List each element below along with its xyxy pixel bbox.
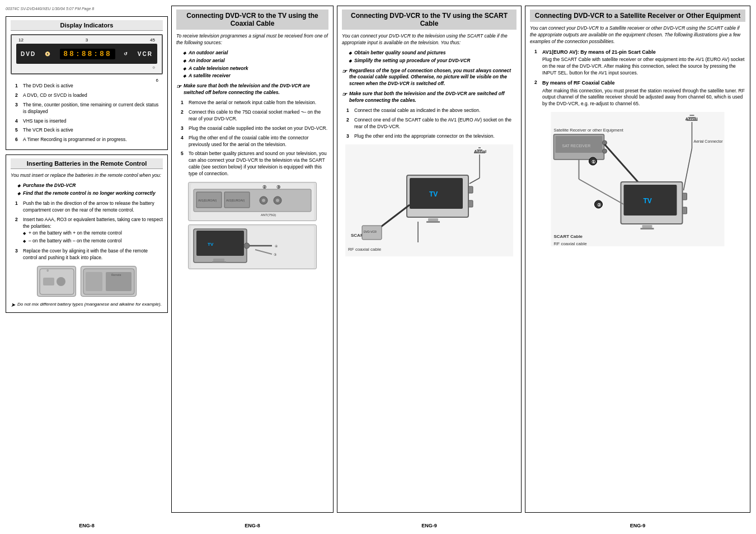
battery-bullet-1: Purchase the DVD-VCR xyxy=(17,182,163,189)
svg-text:②: ② xyxy=(262,185,266,190)
svg-rect-23 xyxy=(196,231,244,256)
coaxial-intro: To receive television programmes a signa… xyxy=(176,33,328,46)
scart-bullets: Obtain better quality sound and pictures… xyxy=(349,50,516,64)
source-1: An outdoor aerial xyxy=(183,50,328,57)
satellite-intro: You can connect your DVD-VCR to a Satell… xyxy=(530,25,745,45)
coaxial-sources: An outdoor aerial An indoor aerial A cab… xyxy=(183,50,328,80)
source-3: A cable television network xyxy=(183,65,328,72)
connecting-scart-section: Connecting DVD-VCR to the TV using the S… xyxy=(337,6,522,513)
label-5: 5 xyxy=(153,38,155,43)
svg-text:DVD-VCR: DVD-VCR xyxy=(364,230,377,233)
battery-step-1: 1 Push the tab in the direction of the a… xyxy=(15,200,163,214)
display-items-list: 1 The DVD Deck is active 2 A DVD, CD or … xyxy=(15,83,163,143)
svg-rect-1 xyxy=(43,278,54,285)
svg-rect-26 xyxy=(212,261,226,263)
connecting-satellite-section: Connecting DVD-VCR to a Satellite Receiv… xyxy=(525,6,750,513)
coaxial-step-1: 1 Remove the aerial or network input cab… xyxy=(181,100,328,106)
note-icon-coaxial: ☞ xyxy=(176,83,181,96)
connecting-coaxial-section: Connecting DVD-VCR to the TV using the C… xyxy=(171,6,334,513)
display-indicators-title: Display Indicators xyxy=(11,20,163,31)
svg-text:TV: TV xyxy=(429,190,438,198)
top-bar: 00374C SV-DVD440/XEU 1/30/04 5:07 PM Pag… xyxy=(6,6,168,12)
svg-text:④: ④ xyxy=(275,245,278,248)
svg-point-29 xyxy=(244,243,250,249)
satellite-steps: 1 AV1(EURO AV): By means of 21-pin Scart… xyxy=(534,49,745,108)
svg-text:RF coaxial cable: RF coaxial cable xyxy=(348,247,382,252)
label-6-indicator: ○ xyxy=(152,65,155,70)
scart-note-2: ☞ Make sure that both the television and… xyxy=(342,91,516,104)
batteries-step3: 3 Replace the cover by aligning it with … xyxy=(15,248,163,261)
satellite-step-2-text: After making this connection, you must p… xyxy=(542,88,745,108)
scart-step-3: 3 Plug the other end into the appropriat… xyxy=(346,133,516,140)
inserting-batteries-section: Inserting Batteries in the Remote Contro… xyxy=(6,154,168,313)
source-4: A satellite receiver xyxy=(183,73,328,79)
scart-bullet-1: Obtain better quality sound and pictures xyxy=(349,50,516,57)
note-icon-scart-1: ☞ xyxy=(342,68,347,88)
svg-rect-44 xyxy=(468,200,473,207)
coaxial-step-4: 4 Plug the other end of the coaxial cabl… xyxy=(181,135,328,148)
coaxial-step-5: 5 To obtain better quality pictures and … xyxy=(181,151,328,177)
source-2: An indoor aerial xyxy=(183,58,328,64)
page-num-left2: ENG-8 xyxy=(171,517,334,528)
svg-text:RF coaxial cable: RF coaxial cable xyxy=(554,241,588,246)
display-item-5: 5 The VCR Deck is active xyxy=(15,127,163,134)
inserting-batteries-title: Inserting Batteries in the Remote Contro… xyxy=(11,158,163,169)
coaxial-note: ☞ Make sure that both the television and… xyxy=(176,83,328,96)
svg-rect-75 xyxy=(683,207,687,214)
svg-text:SAT RECEIVER: SAT RECEIVER xyxy=(562,144,591,148)
scart-title: Connecting DVD-VCR to the TV using the S… xyxy=(342,10,516,30)
svg-text:AV2(EUROAV): AV2(EUROAV) xyxy=(226,199,245,202)
svg-text:Aerial Connector: Aerial Connector xyxy=(694,139,724,143)
page-num-left: ENG-8 xyxy=(6,517,168,528)
svg-rect-42 xyxy=(426,221,440,223)
coaxial-diagrams: AV1(EUROAV) AV2(EUROAV) ANT(75Ω) ② ③ xyxy=(176,182,328,269)
battery-bullet-2: Find that the remote control is no longe… xyxy=(17,190,163,197)
svg-point-15 xyxy=(262,199,265,202)
svg-point-65 xyxy=(603,149,607,153)
scart-step-2: 2 Connect one end of the SCART cable to … xyxy=(346,117,516,130)
battery-step-3: 3 Replace the cover by aligning it with … xyxy=(15,248,163,261)
vcr-label: VCR xyxy=(138,51,153,57)
coaxial-title: Connecting DVD-VCR to the TV using the C… xyxy=(176,10,328,30)
display-screen: DVD 📀 88:88:88 ↺ VCR xyxy=(16,44,157,64)
scart-note-1: ☞ Regardless of the type of connection c… xyxy=(342,68,516,88)
display-labels-row: 1 2 3 4 5 xyxy=(16,38,157,43)
svg-text:SCART Cable: SCART Cable xyxy=(554,234,583,239)
label-6-pos: 6 xyxy=(11,78,163,83)
tip-arrow-icon: ➤ xyxy=(11,301,15,309)
display-item-3: 3 The time, counter position, time remai… xyxy=(15,102,163,115)
satellite-step-1-text: Plug the SCART Cable with satellite rece… xyxy=(542,57,745,77)
batteries-steps: 1 Push the tab in the direction of the a… xyxy=(15,200,163,230)
svg-rect-74 xyxy=(683,193,687,200)
svg-text:TV: TV xyxy=(644,197,652,205)
coaxial-diagram-tv: TV ④ ③ xyxy=(188,224,317,269)
svg-text:TV: TV xyxy=(208,242,214,247)
remote-image-1: ① xyxy=(37,266,76,297)
coaxial-steps: 1 Remove the aerial or network input cab… xyxy=(181,100,328,177)
svg-rect-25 xyxy=(213,259,224,261)
svg-text:②: ② xyxy=(597,203,601,208)
page-num-right2: ENG-9 xyxy=(525,517,750,528)
svg-text:AV1(EUROAV): AV1(EUROAV) xyxy=(198,199,217,202)
display-indicators-section: Display Indicators 1 2 3 4 5 DVD 📀 88:88… xyxy=(6,16,168,150)
svg-text:③: ③ xyxy=(276,185,280,190)
scart-steps: 1 Connect the coaxial cable as indicated… xyxy=(346,107,516,140)
note-icon-scart-2: ☞ xyxy=(342,91,347,104)
remote-images-row: ① Remote xyxy=(11,266,163,297)
coaxial-step-3: 3 Plug the coaxial cable supplied into t… xyxy=(181,125,328,132)
battery-step-2: 2 Insert two AAA, RO3 or equivalent batt… xyxy=(15,217,163,230)
svg-point-2 xyxy=(57,277,65,286)
satellite-step-1: 1 AV1(EURO AV): By means of 21-pin Scart… xyxy=(534,49,745,77)
display-item-4: 4 VHS tape is inserted xyxy=(15,118,163,125)
svg-point-17 xyxy=(276,199,279,202)
remote-image-2: Remote xyxy=(81,266,137,297)
polarity-minus: – on the battery with – on the remote co… xyxy=(23,238,163,245)
satellite-title: Connecting DVD-VCR to a Satellite Receiv… xyxy=(530,10,745,22)
dvd-label: DVD xyxy=(21,51,36,57)
polarity-list: + on the battery with + on the remote co… xyxy=(23,230,163,245)
svg-rect-72 xyxy=(642,225,652,228)
svg-text:①: ① xyxy=(591,160,595,165)
svg-text:Remote: Remote xyxy=(111,273,121,277)
scart-bullet-2: Simplify the setting up procedure of you… xyxy=(349,58,516,64)
scart-diagram: Aerial TV xyxy=(342,144,516,256)
